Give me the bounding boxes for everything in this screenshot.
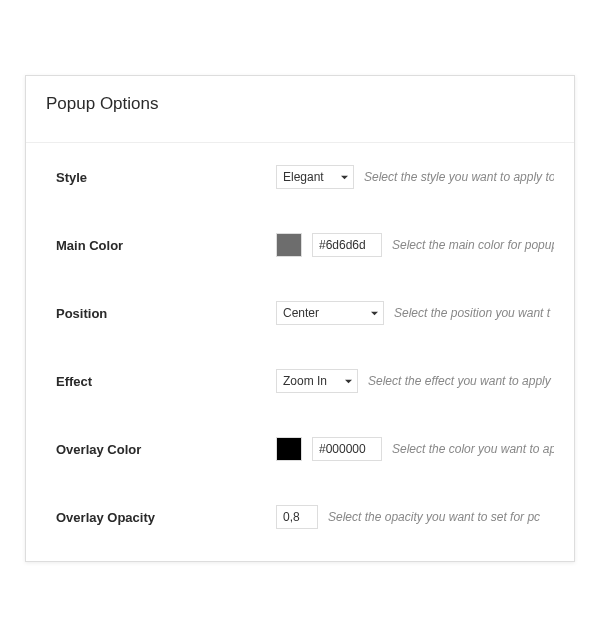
panel-body: Style Elegant Select the style you want … — [26, 143, 574, 561]
main-color-input[interactable] — [312, 233, 382, 257]
overlay-opacity-control — [276, 505, 318, 529]
row-overlay-color: Overlay Color Select the color you want … — [26, 415, 574, 483]
main-color-control — [276, 233, 382, 257]
row-effect: Effect Zoom In Select the effect you wan… — [26, 347, 574, 415]
style-label: Style — [46, 170, 266, 185]
effect-select[interactable]: Zoom In — [276, 369, 358, 393]
row-overlay-opacity: Overlay Opacity Select the opacity you w… — [26, 483, 574, 551]
effect-control: Zoom In — [276, 369, 358, 393]
style-desc: Select the style you want to apply to — [364, 170, 554, 184]
overlay-color-desc: Select the color you want to app — [392, 442, 554, 456]
overlay-opacity-label: Overlay Opacity — [46, 510, 266, 525]
position-desc: Select the position you want t — [394, 306, 554, 320]
style-select[interactable]: Elegant — [276, 165, 354, 189]
overlay-color-input[interactable] — [312, 437, 382, 461]
main-color-swatch[interactable] — [276, 233, 302, 257]
main-color-desc: Select the main color for popup — [392, 238, 554, 252]
row-position: Position Center Select the position you … — [26, 279, 574, 347]
overlay-opacity-input[interactable] — [276, 505, 318, 529]
overlay-color-label: Overlay Color — [46, 442, 266, 457]
overlay-color-control — [276, 437, 382, 461]
overlay-color-swatch[interactable] — [276, 437, 302, 461]
style-control: Elegant — [276, 165, 354, 189]
effect-label: Effect — [46, 374, 266, 389]
main-color-label: Main Color — [46, 238, 266, 253]
position-label: Position — [46, 306, 266, 321]
effect-desc: Select the effect you want to apply — [368, 374, 554, 388]
panel-title: Popup Options — [26, 76, 574, 143]
popup-options-panel: Popup Options Style Elegant Select the s… — [25, 75, 575, 562]
position-control: Center — [276, 301, 384, 325]
row-style: Style Elegant Select the style you want … — [26, 143, 574, 211]
overlay-opacity-desc: Select the opacity you want to set for p… — [328, 510, 554, 524]
position-select[interactable]: Center — [276, 301, 384, 325]
row-main-color: Main Color Select the main color for pop… — [26, 211, 574, 279]
